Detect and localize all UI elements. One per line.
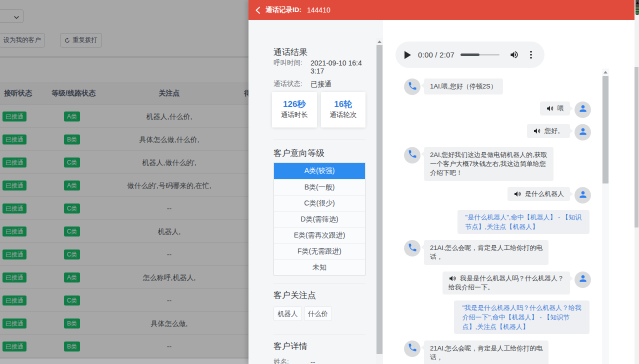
call-status-row: 通话状态: 已接通 (274, 80, 366, 88)
message-bubble: 喂 (540, 102, 570, 116)
phone-icon (408, 149, 418, 161)
call-time-value: 2021-09-10 16:43:17 (310, 59, 364, 75)
ai-message-row: 21AI.怎么会呢，肯定是人工给你打的电话， (404, 340, 591, 364)
message-text: 我是是什么机器人吗？什么机器人？ (460, 274, 564, 283)
message-line: 一个客户大概7块钱左右,我这边简单给您 (430, 160, 548, 168)
bubble-notch (421, 152, 424, 156)
screen: 设为我的客户 重复拨打 接听状态 等级/线路状态 关注点 得分 已接通A类机器人… (0, 0, 639, 364)
customer-message-row: 我是是什么机器人吗？什么机器人？给我介绍一下。 (404, 272, 591, 294)
name-value: -- (310, 358, 315, 364)
divider (274, 139, 366, 140)
message-line: 我是是什么机器人吗？什么机器人？ (448, 274, 564, 283)
message-line: 1AI.喂,您好（停顿2S） (430, 82, 497, 91)
scrollbar-stripes (636, 8, 639, 14)
message-text: 2AI.您好我们这边是做电销机器人的,获取 (430, 150, 548, 160)
customer-message-row: 喂 (404, 102, 591, 118)
customer-name-row: 姓名: -- (274, 358, 366, 364)
speaker-icon[interactable] (533, 127, 541, 135)
person-icon (578, 104, 588, 116)
back-chevron-icon[interactable] (255, 6, 260, 14)
speaker-icon[interactable] (448, 274, 456, 282)
stat-rounds-value: 16轮 (321, 100, 366, 108)
intent-level-item[interactable]: A类(较强) (274, 163, 365, 179)
audio-menu-icon[interactable] (529, 50, 533, 60)
intent-level-item[interactable]: F类(无需跟进) (274, 243, 365, 259)
scrollbar-thumb[interactable] (376, 45, 382, 354)
scroll-up-icon (636, 0, 639, 4)
message-text: 是什么机器人 (525, 190, 564, 198)
scrollbar-thumb[interactable] (634, 67, 638, 228)
bubble-notch (421, 83, 424, 88)
robot-avatar (404, 78, 420, 95)
person-icon (578, 126, 588, 138)
volume-icon[interactable] (510, 50, 519, 60)
scroll-up-icon[interactable] (602, 68, 609, 76)
call-status-value: 已接通 (310, 80, 332, 88)
speaker-icon[interactable] (546, 104, 554, 112)
knowledge-hit-note: "是什么机器人",命中【机器人】 - 【知识节点】,关注点【机器人】 (458, 210, 590, 234)
focus-tag[interactable]: 什么价 (304, 306, 332, 321)
bubble-notch (570, 106, 573, 111)
person-icon (578, 274, 588, 286)
message-text: 21AI.怎么会呢，肯定是人工给你打的电 (430, 244, 542, 252)
summary-scrollbar[interactable] (376, 38, 383, 364)
play-button[interactable] (404, 51, 411, 59)
intent-level-item[interactable]: D类(需筛选) (274, 211, 365, 227)
customer-avatar (574, 187, 591, 204)
scrollbar-thumb[interactable] (602, 76, 608, 184)
focus-tag[interactable]: 机器人 (274, 306, 302, 321)
robot-avatar (404, 147, 420, 164)
message-bubble: 我是是什么机器人吗？什么机器人？给我介绍一下。 (442, 272, 570, 294)
call-time-label: 呼叫时间: (274, 59, 310, 75)
note-line: 介绍一下",命中【机器人】 - 【知识节 (462, 312, 582, 322)
message-text: 您好。 (544, 126, 564, 136)
intent-level-list: A类(较强)B类(一般)C类(很少)D类(需筛选)E类(需再次跟进)F类(无需跟… (274, 162, 366, 276)
message-line: 介绍下吧！ (430, 168, 548, 178)
call-summary-panel: 通话结果 呼叫时间: 2021-09-10 16:43:17 通话状态: 已接通… (248, 20, 383, 364)
scroll-up-icon[interactable] (376, 38, 383, 45)
audio-player: 0:00 / 2:07 (396, 42, 544, 68)
message-text: 介绍下吧！ (430, 168, 462, 178)
record-id: 144410 (307, 6, 330, 14)
stat-rounds-label: 通话轮次 (321, 112, 366, 118)
focus-tags: 机器人什么价 (274, 306, 366, 321)
customer-avatar (574, 102, 591, 118)
section-title-detail: 客户详情 (274, 342, 366, 350)
chat-column: 0:00 / 2:07 1AI.喂,您好（停顿2S）喂您好。2AI.您好我们这边… (383, 20, 634, 364)
call-status-label: 通话状态: (274, 80, 310, 88)
scrollbar-top-thumb[interactable] (636, 0, 639, 15)
message-bubble: 21AI.怎么会呢，肯定是人工给你打的电话， (424, 240, 548, 265)
message-line: 21AI.怎么会呢，肯定是人工给你打的电 (430, 244, 542, 252)
ai-message-row: 21AI.怎么会呢，肯定是人工给你打的电话， (404, 240, 591, 265)
message-line: 给我介绍一下。 (448, 283, 564, 292)
bubble-notch (421, 244, 424, 250)
bubble-notch (421, 345, 424, 350)
section-title-call-result: 通话结果 (274, 48, 366, 56)
message-text: 喂 (558, 104, 564, 113)
speaker-icon[interactable] (514, 190, 522, 198)
person-icon (578, 190, 588, 202)
message-bubble: 是什么机器人 (508, 187, 570, 201)
page-scrollbar[interactable] (634, 0, 639, 364)
customer-avatar (574, 272, 591, 288)
customer-message-row: 您好。 (404, 124, 591, 140)
customer-message-row: 是什么机器人 (404, 187, 591, 204)
message-line: 是什么机器人 (514, 190, 564, 198)
chat-scrollbar[interactable] (602, 68, 609, 364)
intent-level-item[interactable]: B类(一般) (274, 179, 365, 195)
intent-level-item[interactable]: 未知 (274, 259, 365, 275)
stat-rounds: 16轮 通话轮次 (321, 92, 366, 128)
intent-level-item[interactable]: E类(需再次跟进) (274, 227, 365, 243)
message-text: 话， (430, 252, 443, 262)
note-line: 点】,关注点【机器人】 (462, 322, 582, 332)
message-bubble: 21AI.怎么会呢，肯定是人工给你打的电话， (424, 340, 548, 364)
phone-icon (408, 81, 418, 93)
audio-seekbar[interactable] (460, 54, 500, 56)
ai-message-row: 1AI.喂,您好（停顿2S） (404, 78, 591, 95)
intent-level-item[interactable]: C类(很少) (274, 195, 365, 211)
message-line: 话， (430, 353, 542, 362)
phone-icon (408, 342, 418, 354)
section-title-intent: 客户意向等级 (274, 149, 366, 158)
knowledge-hit-note: "我是是什么机器人吗？什么机器人？给我介绍一下",命中【机器人】 - 【知识节点… (454, 300, 590, 334)
divider (274, 334, 366, 335)
